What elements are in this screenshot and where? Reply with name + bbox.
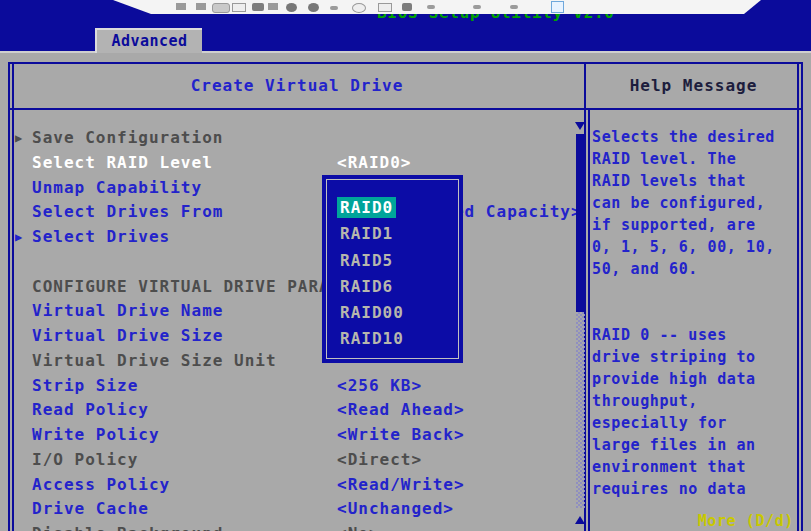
- help-text-line: 0, 1, 5, 6, 00, 10,: [592, 236, 797, 258]
- rounded-rect-icon[interactable]: [212, 3, 230, 13]
- dropdown-option[interactable]: RAID00: [340, 300, 458, 326]
- help-panel: Selects the desiredRAID level. TheRAID l…: [586, 110, 801, 531]
- help-text-line: [592, 302, 797, 324]
- dot-icon[interactable]: [510, 5, 518, 9]
- divider: [588, 110, 590, 531]
- dropdown-option[interactable]: RAID10: [340, 326, 458, 352]
- tilde-icon[interactable]: [330, 6, 338, 10]
- menu-item-label: Select Drives From: [32, 202, 223, 221]
- help-more-label: More (D/d): [698, 512, 794, 530]
- menu-item[interactable]: Select RAID Level <RAID0>: [10, 151, 584, 176]
- menu-item-value: <RAID0>: [337, 151, 411, 176]
- menu-item-label: Virtual Drive Size Unit: [32, 351, 277, 370]
- menu-item-label: Write Policy: [32, 425, 160, 444]
- dropdown-options: RAID0 RAID1 RAID5 RAID6 RAID00 RAID10: [327, 180, 458, 353]
- bios-screen: BIOS Setup Utility v2.0 Advanced Create …: [0, 0, 811, 531]
- dark-square-icon[interactable]: [402, 3, 412, 11]
- help-text-line: provide high data: [592, 368, 797, 390]
- scrollbar-track[interactable]: [576, 312, 585, 508]
- dropdown-option[interactable]: RAID5: [340, 248, 458, 274]
- help-panel-title: Help Message: [586, 64, 801, 110]
- help-text-line: especially for: [592, 412, 797, 434]
- menu-item[interactable]: Unmap Capability: [10, 176, 584, 201]
- menu-item-label: Save Configuration: [32, 128, 223, 147]
- menu-item-label: I/O Policy: [32, 450, 138, 469]
- menu-item-label: Select Drives: [32, 227, 170, 246]
- menu-item[interactable]: ▶ Select Drives: [10, 225, 584, 250]
- help-text-line: if supported, are: [592, 214, 797, 236]
- help-text-line: RAID level. The: [592, 148, 797, 170]
- small-square-icon[interactable]: [268, 3, 278, 10]
- help-text-line: RAID levels that: [592, 170, 797, 192]
- submenu-arrow-icon: ▶: [15, 225, 31, 250]
- menu-item[interactable]: Disable Background <No>: [10, 522, 584, 531]
- menu-item[interactable]: Drive Cache <Unchanged>: [10, 497, 584, 522]
- dropdown-option-label: RAID5: [340, 251, 393, 270]
- scrollbar[interactable]: [575, 122, 586, 531]
- menu-item-value: <Unchanged>: [337, 497, 454, 522]
- settings-list-panel: ▶ Save Configuration Select RAID Level <…: [10, 110, 586, 531]
- square-icon[interactable]: [176, 3, 186, 10]
- menu-item[interactable]: Virtual Drive Size: [10, 324, 584, 349]
- menu-item-label: Virtual Drive Name: [32, 301, 223, 320]
- help-text-line: drive striping to: [592, 346, 797, 368]
- menu-item[interactable]: CONFIGURE VIRTUAL DRIVE PARAMETERS:: [10, 275, 584, 300]
- help-text-line: throughput,: [592, 390, 797, 412]
- menu-item-value: <Read/Write>: [337, 473, 465, 498]
- tab-advanced[interactable]: Advanced: [95, 28, 202, 53]
- dropdown-option-label: RAID1: [340, 224, 393, 243]
- menu-item[interactable]: Strip Size <256 KB>: [10, 374, 584, 399]
- help-text-line: 50, and 60.: [592, 258, 797, 280]
- dark-rect-icon[interactable]: [252, 3, 264, 11]
- menu-item[interactable]: Virtual Drive Size Unit: [10, 349, 584, 374]
- dropdown-option[interactable]: RAID0: [340, 195, 458, 221]
- scrollbar-thumb[interactable]: [576, 134, 585, 312]
- panel-header-row: Create Virtual Drive Help Message: [10, 64, 801, 110]
- menu-item-label: Disable Background: [32, 524, 223, 531]
- dot-icon[interactable]: [473, 5, 481, 9]
- help-text-line: large files in an: [592, 434, 797, 456]
- raid-level-dropdown: RAID0 RAID1 RAID5 RAID6 RAID00 RAID10: [322, 175, 463, 363]
- help-text-line: Selects the desired: [592, 126, 797, 148]
- circle-icon[interactable]: [308, 3, 319, 12]
- menu-item[interactable]: Write Policy <Write Back>: [10, 423, 584, 448]
- dropdown-option-label: RAID0: [337, 197, 396, 218]
- submenu-arrow-icon: ▶: [15, 126, 31, 151]
- menu-item-value: <Read Ahead>: [337, 398, 465, 423]
- dropdown-option[interactable]: RAID1: [340, 221, 458, 247]
- help-text-line: RAID 0 -- uses: [592, 324, 797, 346]
- menu-item-label: Unmap Capability: [32, 178, 202, 197]
- help-text-line: [592, 280, 797, 302]
- menu-item-value: <256 KB>: [337, 374, 422, 399]
- dropdown-option-label: RAID10: [340, 329, 404, 348]
- help-text-line: environment that: [592, 456, 797, 478]
- menu-item[interactable]: Select Drives From <Unconfigured Capacit…: [10, 200, 584, 225]
- menu-item-label: Virtual Drive Size: [32, 326, 223, 345]
- help-text-line: requires no data: [592, 478, 797, 500]
- dot-icon[interactable]: [427, 5, 435, 9]
- square-icon[interactable]: [196, 3, 206, 10]
- menu-item[interactable]: ▶ Save Configuration: [10, 126, 584, 151]
- menu-item-value: <Write Back>: [337, 423, 465, 448]
- page-title: Create Virtual Drive: [10, 64, 586, 110]
- menu-item-label: Drive Cache: [32, 499, 149, 518]
- kvm-toolbar: [113, 0, 761, 14]
- dropdown-option-label: RAID00: [340, 303, 404, 322]
- menu-item[interactable]: I/O Policy <Direct>: [10, 448, 584, 473]
- triangle-down-icon[interactable]: [575, 122, 585, 130]
- menu-item[interactable]: Access Policy <Read/Write>: [10, 473, 584, 498]
- blue-square-icon[interactable]: [551, 1, 564, 13]
- circle-icon[interactable]: [286, 3, 297, 12]
- menu-item[interactable]: Virtual Drive Name: [10, 299, 584, 324]
- help-text: Selects the desiredRAID level. TheRAID l…: [586, 110, 801, 500]
- settings-list: ▶ Save Configuration Select RAID Level <…: [10, 126, 584, 531]
- rect-outline-icon[interactable]: [378, 3, 392, 12]
- oval-outline-icon[interactable]: [352, 3, 366, 13]
- menu-item[interactable]: Read Policy <Read Ahead>: [10, 398, 584, 423]
- window-outline-icon[interactable]: [232, 3, 246, 12]
- triangle-up-icon[interactable]: [575, 516, 585, 524]
- menu-item-label: Strip Size: [32, 376, 138, 395]
- menu-item-label: Read Policy: [32, 400, 149, 419]
- dropdown-option[interactable]: RAID6: [340, 274, 458, 300]
- menu-item-value: <No>: [337, 522, 380, 531]
